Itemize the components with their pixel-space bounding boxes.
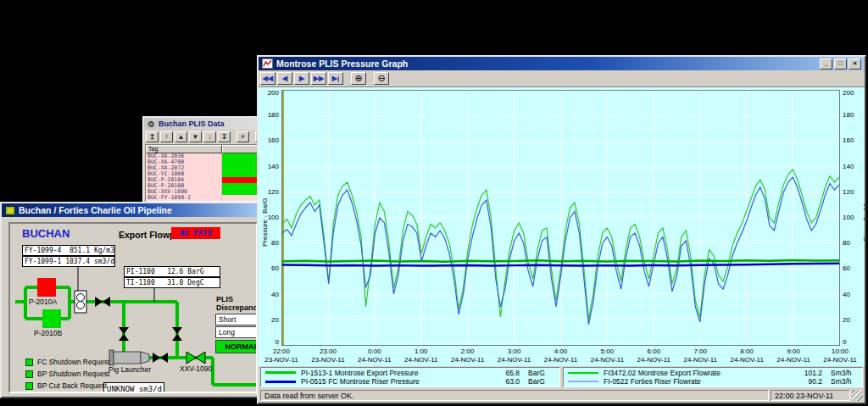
y-tick-label: 200 — [842, 90, 862, 97]
legend-label: PI-1513-1 Montrose Export Pressure — [301, 369, 489, 377]
y-tick-label: 40 — [842, 292, 862, 298]
y-axis-right-title: Flow - Sm3/h — [862, 202, 865, 242]
valve-icon — [119, 327, 129, 341]
xxv-1090-valve-icon[interactable] — [186, 352, 205, 364]
plot-canvas[interactable] — [281, 90, 840, 346]
legend-unit: Sm3/h — [827, 369, 858, 377]
gear-icon: ⚙ — [147, 120, 155, 129]
y-tick-label: 20 — [259, 317, 280, 324]
chart-legend: PI-1513-1 Montrose Export Pressure65.8Ba… — [259, 366, 865, 388]
legend-line-sample — [265, 371, 296, 374]
row-down-button[interactable]: ▼ — [189, 131, 202, 142]
valve-icon — [153, 353, 168, 363]
y-tick-label: 160 — [259, 137, 280, 144]
maximize-button[interactable]: □ — [834, 58, 847, 70]
x-tick-label: 5:0024-NOV-11 — [581, 348, 632, 364]
legend-value: 65.8 — [494, 369, 520, 377]
request-label: BP Shutdown Request — [37, 370, 109, 378]
instrument-fy-1099-4: FY-1099-4 851.1 Kg/m3 — [22, 245, 115, 256]
pressure-graph-window: Montrose PLIS Pressure Graph _□× ◀◀◀▶▶▶▶… — [257, 55, 866, 404]
step-forward-button[interactable]: ▶ — [294, 72, 309, 85]
y-tick-label: 100 — [842, 214, 862, 221]
y-tick-label: 180 — [842, 112, 862, 119]
graph-toolbar: ◀◀◀▶▶▶▶|⊕⊖ — [259, 70, 865, 86]
x-tick-label: 1:0024-NOV-11 — [396, 348, 447, 364]
pipeline-title-bar[interactable]: Buchan / Forties Charlie Oil Pipeline — [2, 203, 261, 217]
desktop: ⚙ Buchan PLIS Data ↥↑▲▼↓↧⌕? Tag BUC-XA-2… — [0, 0, 868, 406]
x-tick-label: 9:0024-NOV-11 — [768, 348, 819, 364]
minimize-button[interactable]: _ — [820, 58, 832, 70]
pig-launcher-label: Pig Launcher — [108, 365, 151, 374]
jump-start-button[interactable]: ◀◀ — [260, 72, 275, 85]
x-tick-label: 8:0024-NOV-11 — [721, 348, 772, 364]
x-tick-label: 7:0024-NOV-11 — [675, 348, 726, 364]
zoom-in-button[interactable]: ⊕ — [351, 72, 366, 85]
tag-cell: BUC-FY-1099-1 — [146, 195, 222, 201]
y-tick-label: 140 — [842, 164, 862, 170]
step-back-button[interactable]: ◀ — [277, 72, 292, 85]
instrument-fy-1099-1: FY-1099-1 1037.4 sm3/d — [22, 256, 115, 267]
request-indicator: BP Cut Back Request — [25, 381, 107, 390]
x-tick-label: 22:0023-NOV-11 — [259, 348, 307, 364]
scroll-bottom-button[interactable]: ↧ — [218, 131, 231, 142]
request-status-icon — [25, 370, 33, 378]
y-tick-label: 120 — [259, 189, 280, 196]
legend-line-sample — [568, 372, 598, 374]
pig-launcher — [109, 350, 149, 365]
legend-row: PI-1513-1 Montrose Export Pressure65.8Ba… — [265, 369, 555, 377]
y-tick-label: 0 — [842, 339, 862, 346]
legend-value: 63.0 — [494, 377, 520, 386]
legend-value: 101.2 — [797, 369, 822, 377]
legend-unit: Sm3/h — [827, 377, 858, 386]
legend-pressure-panel: PI-1513-1 Montrose Export Pressure65.8Ba… — [260, 367, 560, 387]
flow-meter-icon — [75, 291, 86, 313]
legend-row: PI-0515 FC Montrose Riser Pressure63.0Ba… — [265, 377, 555, 386]
y-tick-label: 140 — [259, 164, 280, 170]
window-controls: _□× — [820, 58, 861, 70]
jump-end-button[interactable]: ▶| — [328, 72, 343, 85]
graph-window-title: Montrose PLIS Pressure Graph — [276, 58, 816, 69]
y-tick-label: 200 — [259, 90, 280, 97]
graph-title-bar[interactable]: Montrose PLIS Pressure Graph _□× — [259, 57, 865, 70]
resize-grip[interactable] — [852, 390, 863, 401]
legend-line-sample — [568, 381, 598, 382]
x-tick-label: 3:0024-NOV-11 — [489, 348, 540, 364]
zoom-out-button[interactable]: ⊖ — [374, 72, 389, 85]
discrepancy-short-select[interactable]: Short — [215, 314, 258, 325]
row-up-button[interactable]: ▲ — [175, 131, 187, 142]
unknown-flow-readout: UNKNOW sm3/d — [103, 382, 164, 393]
valve-icon — [95, 297, 110, 307]
scroll-down-button[interactable]: ↓ — [203, 131, 216, 142]
legend-flow-panel: FI3472.02 Montrose Export Flowrate101.2S… — [563, 367, 863, 387]
plis-discrepancy-title-2: Discrepancy — [216, 303, 258, 312]
legend-label: FI-0522 Forties Riser Flowrate — [604, 377, 792, 386]
y-tick-label: 160 — [842, 137, 862, 144]
legend-unit: BarG — [525, 369, 555, 377]
jump-forward-button[interactable]: ▶▶ — [311, 72, 326, 85]
x-tick-label: 4:0024-NOV-11 — [536, 348, 587, 364]
pump-a[interactable] — [37, 278, 56, 297]
x-tick-label: 10:0024-NOV-11 — [815, 348, 865, 364]
y-tick-label: 0 — [259, 339, 280, 346]
pump-b[interactable] — [42, 309, 61, 328]
scroll-up-button[interactable]: ↑ — [160, 131, 173, 142]
find-button[interactable]: ⌕ — [236, 131, 249, 142]
y-tick-label: 60 — [842, 265, 862, 272]
y-tick-label: 20 — [842, 317, 862, 324]
pipeline-window-icon — [5, 206, 15, 215]
pipeline-window: Buchan / Forties Charlie Oil Pipeline — [0, 202, 263, 398]
scroll-top-button[interactable]: ↥ — [146, 131, 159, 142]
plot-svg — [282, 91, 839, 345]
legend-row: FI-0522 Forties Riser Flowrate90.2Sm3/h — [568, 377, 858, 386]
legend-row: FI3472.02 Montrose Export Flowrate101.2S… — [568, 369, 858, 377]
close-button[interactable]: × — [849, 58, 861, 70]
plis-discrepancy-title-1: PLIS — [216, 295, 233, 303]
series-line-0 — [282, 260, 839, 262]
pipeline-mimic: BUCHAN Export Flowpath NO PATH FY-1099-4… — [8, 222, 258, 393]
pump-b-label: P-2010B — [34, 329, 62, 337]
buchan-heading: BUCHAN — [22, 227, 70, 240]
discrepancy-long-select[interactable]: Long — [215, 326, 258, 338]
legend-label: FI3472.02 Montrose Export Flowrate — [604, 369, 792, 377]
legend-line-sample — [265, 381, 296, 383]
discrepancy-status-badge: NORMAL — [215, 340, 258, 353]
